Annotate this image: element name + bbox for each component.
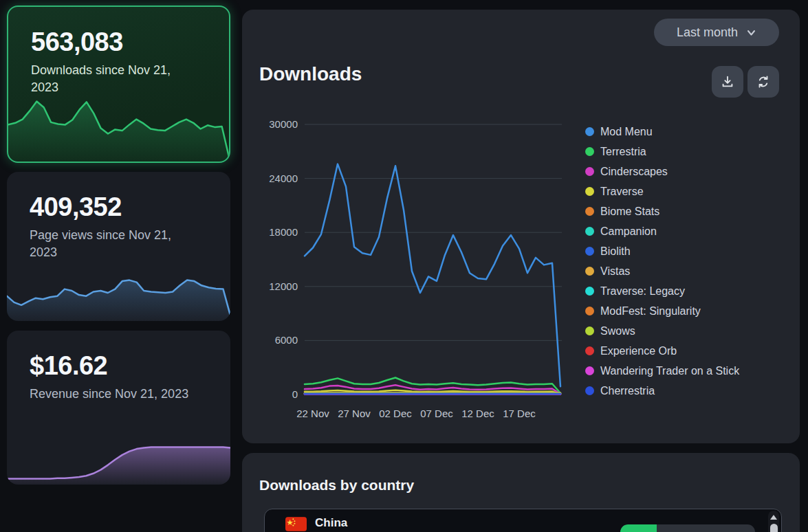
date-range-select[interactable]: Last month bbox=[654, 19, 779, 46]
legend-label: Traverse: Legacy bbox=[600, 285, 685, 298]
country-name: China bbox=[315, 516, 347, 530]
stat-text: 409,352 Page views since Nov 21, 2023 bbox=[30, 192, 198, 261]
country-download-bar bbox=[620, 524, 755, 532]
downloads-total: 563,083 bbox=[31, 27, 199, 57]
page-views-total: 409,352 bbox=[30, 192, 198, 222]
svg-text:02 Dec: 02 Dec bbox=[379, 408, 412, 419]
page-views-sparkline bbox=[7, 263, 230, 321]
legend-label: ModFest: Singularity bbox=[600, 305, 701, 318]
legend-dot-icon bbox=[585, 346, 594, 355]
legend-dot-icon bbox=[585, 227, 594, 236]
legend-item[interactable]: ModFest: Singularity bbox=[585, 301, 739, 321]
stat-text: 563,083 Downloads since Nov 21, 2023 bbox=[31, 27, 199, 96]
legend-label: Biome Stats bbox=[600, 206, 659, 218]
legend-item[interactable]: Campanion bbox=[585, 221, 739, 241]
scroll-up-arrow-icon[interactable] bbox=[770, 515, 777, 520]
legend-item[interactable]: Biome Stats bbox=[585, 201, 739, 221]
downloads-panel-title: Downloads bbox=[259, 63, 362, 85]
legend-dot-icon bbox=[585, 207, 594, 216]
svg-text:22 Nov: 22 Nov bbox=[296, 408, 329, 419]
legend-item[interactable]: Traverse bbox=[585, 181, 739, 201]
date-range-label: Last month bbox=[677, 25, 738, 40]
legend-label: Traverse bbox=[600, 186, 644, 198]
svg-text:07 Dec: 07 Dec bbox=[420, 408, 453, 419]
legend-item[interactable]: Terrestria bbox=[585, 142, 739, 162]
legend-label: Campanion bbox=[600, 225, 657, 238]
svg-text:12 Dec: 12 Dec bbox=[461, 408, 494, 419]
country-list[interactable]: ★ China bbox=[264, 509, 782, 532]
legend-label: Wandering Trader on a Stick bbox=[600, 365, 739, 377]
legend-item[interactable]: Vistas bbox=[585, 261, 739, 281]
legend-item[interactable]: Wandering Trader on a Stick bbox=[585, 361, 739, 381]
legend-label: Terrestria bbox=[600, 146, 646, 158]
stat-card-downloads[interactable]: 563,083 Downloads since Nov 21, 2023 bbox=[7, 5, 230, 163]
country-list-scrollbar[interactable] bbox=[768, 511, 779, 532]
legend-dot-icon bbox=[585, 167, 594, 176]
legend-label: Swows bbox=[600, 325, 635, 337]
revenue-total: $16.62 bbox=[30, 351, 188, 381]
legend-item[interactable]: Cinderscapes bbox=[585, 162, 739, 181]
stat-card-revenue[interactable]: $16.62 Revenue since Nov 21, 2023 bbox=[7, 331, 230, 485]
country-download-bar-fill bbox=[620, 524, 657, 532]
legend-label: Cinderscapes bbox=[600, 166, 668, 178]
scrollbar-thumb[interactable] bbox=[770, 524, 778, 532]
svg-text:12000: 12000 bbox=[269, 280, 298, 292]
legend-dot-icon bbox=[585, 386, 594, 395]
country-row: ★ China bbox=[265, 509, 781, 532]
legend-dot-icon bbox=[585, 326, 594, 335]
stat-card-page-views[interactable]: 409,352 Page views since Nov 21, 2023 bbox=[7, 172, 230, 321]
stat-text: $16.62 Revenue since Nov 21, 2023 bbox=[30, 351, 188, 403]
revenue-sparkline bbox=[7, 419, 230, 485]
revenue-total-label: Revenue since Nov 21, 2023 bbox=[30, 386, 188, 403]
page-views-total-label: Page views since Nov 21, 2023 bbox=[30, 227, 198, 261]
legend-dot-icon bbox=[585, 127, 594, 136]
legend-item[interactable]: Mod Menu bbox=[585, 122, 739, 142]
legend-label: Vistas bbox=[600, 265, 630, 278]
legend-dot-icon bbox=[585, 366, 594, 375]
downloads-chart[interactable]: 060001200018000240003000022 Nov27 Nov02 … bbox=[261, 110, 567, 430]
legend-item[interactable]: Experience Orb bbox=[585, 341, 739, 361]
china-flag-icon: ★ bbox=[285, 517, 307, 531]
svg-text:24000: 24000 bbox=[269, 173, 298, 184]
legend-dot-icon bbox=[585, 307, 594, 315]
svg-text:★: ★ bbox=[287, 518, 294, 527]
legend-label: Cherrestria bbox=[600, 385, 655, 397]
analytics-dashboard: 563,083 Downloads since Nov 21, 2023 409… bbox=[0, 0, 808, 532]
country-panel: Downloads by country ★ China bbox=[242, 453, 800, 532]
refresh-icon bbox=[756, 74, 771, 89]
chart-actions bbox=[712, 66, 779, 98]
svg-text:30000: 30000 bbox=[269, 118, 298, 130]
downloads-panel: Last month Downloads 06000120001 bbox=[242, 10, 800, 443]
legend-label: Biolith bbox=[600, 245, 631, 258]
svg-text:0: 0 bbox=[292, 388, 298, 400]
legend-item[interactable]: Swows bbox=[585, 321, 739, 341]
legend-label: Mod Menu bbox=[600, 126, 653, 138]
download-icon bbox=[720, 74, 735, 89]
legend-item[interactable]: Traverse: Legacy bbox=[585, 281, 739, 301]
svg-text:17 Dec: 17 Dec bbox=[503, 408, 536, 419]
legend-dot-icon bbox=[585, 247, 594, 256]
legend-item[interactable]: Cherrestria bbox=[585, 381, 739, 401]
legend-dot-icon bbox=[585, 287, 594, 296]
chart-legend: Mod MenuTerrestriaCinderscapesTraverseBi… bbox=[585, 122, 739, 401]
legend-dot-icon bbox=[585, 187, 594, 196]
downloads-sparkline bbox=[8, 96, 229, 162]
legend-dot-icon bbox=[585, 267, 594, 276]
export-download-button[interactable] bbox=[712, 66, 743, 98]
svg-text:18000: 18000 bbox=[269, 226, 298, 238]
svg-text:27 Nov: 27 Nov bbox=[338, 408, 371, 419]
legend-dot-icon bbox=[585, 147, 594, 156]
svg-text:6000: 6000 bbox=[275, 334, 298, 346]
downloads-total-label: Downloads since Nov 21, 2023 bbox=[31, 62, 199, 96]
legend-item[interactable]: Biolith bbox=[585, 241, 739, 261]
legend-label: Experience Orb bbox=[600, 345, 677, 357]
country-panel-title: Downloads by country bbox=[259, 477, 414, 494]
chevron-down-icon bbox=[746, 27, 756, 38]
refresh-button[interactable] bbox=[747, 66, 779, 98]
